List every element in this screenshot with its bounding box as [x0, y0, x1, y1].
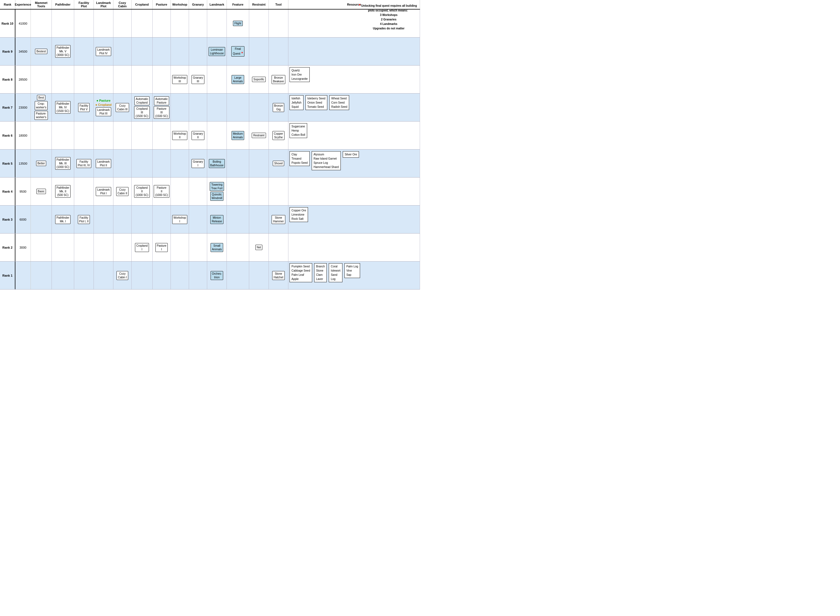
node: Pasture-worker's	[34, 111, 48, 120]
cell-landmark2: SmallAnimals	[207, 233, 227, 261]
exp-label: 18000	[15, 122, 31, 149]
rows-container: Rank 1041000FlightRank 934500BestestPath…	[0, 10, 420, 289]
cell-restraint	[249, 94, 269, 121]
exp-label: 28500	[15, 66, 31, 93]
rank-row: Rank 618000WorkshopIIGranaryIIMediumAnim…	[0, 122, 420, 150]
main-page: Rank Experience MammetTools Pathfinder F…	[0, 0, 420, 308]
cell-feature: FinalQuest *	[227, 38, 249, 65]
cell-granary	[189, 261, 207, 289]
cell-pasture	[152, 38, 171, 65]
col-header-pasture: Pasture	[152, 0, 171, 9]
node: PathfinderMk. II(500 SC)	[55, 185, 71, 198]
col-header-tool: Tool	[269, 0, 289, 9]
node: CozyCabin I	[116, 271, 128, 280]
node: Shovel	[273, 161, 284, 166]
cell-granary: GranaryIII	[189, 66, 207, 93]
node: FacilityPlot III, IV	[76, 159, 91, 168]
cell-feature: MediumAnimals	[227, 122, 249, 149]
cell-cropland: CroplandII(1000 SC)	[132, 177, 152, 205]
cell-mammet: Better	[31, 150, 52, 177]
cell-pathfinder	[52, 261, 74, 289]
rank-label: Rank 6	[0, 122, 15, 149]
node: GranaryII	[192, 131, 204, 140]
cell-pasture	[152, 10, 171, 37]
cell-facility: FacilityPlot III, IV	[74, 150, 94, 177]
node: CroplandI	[135, 243, 149, 252]
cell-restraint: Soporific	[249, 66, 269, 93]
rank-row: Rank 36000PathfinderMk. IFacilityPlot I,…	[0, 205, 420, 233]
cell-cropland	[132, 150, 152, 177]
cell-pasture	[152, 205, 171, 233]
node: PastureII(1000 SC)	[154, 185, 169, 198]
cell-restraint	[249, 38, 269, 65]
cell-cozy	[113, 150, 132, 177]
resource-group: Isleberry SeedOnion SeedTomato Seed	[305, 95, 327, 110]
cell-feature: Flight	[227, 10, 249, 37]
cell-feature	[227, 94, 249, 121]
rank-label: Rank 10	[0, 10, 15, 37]
cell-facility	[74, 66, 94, 93]
cell-cropland	[132, 122, 152, 149]
node: ToweringTree Fort	[210, 182, 224, 191]
resource-group: Wheat SeedCorn SeedRadish Seed	[329, 95, 349, 110]
cell-pathfinder	[52, 10, 74, 37]
cell-landmark: ● Pasture● CroplandLandmarkPlot III	[94, 94, 113, 121]
rank-label: Rank 8	[0, 66, 15, 93]
node: Orches-trion	[211, 271, 223, 280]
node: FacilityPlot I, II	[78, 215, 90, 224]
node: Restraint	[252, 133, 266, 138]
cell-cropland	[132, 205, 152, 233]
cell-resource	[289, 177, 420, 205]
cell-pathfinder: PathfinderMk. V(3000 SC)	[52, 38, 74, 65]
cell-pasture	[152, 261, 171, 289]
cell-restraint	[249, 261, 269, 289]
node: BronzeGig	[273, 103, 284, 112]
cell-tool: BronzeBeakaxe	[269, 66, 289, 93]
cell-restraint: Restraint	[249, 122, 269, 149]
resource-group: Pumpkin SeedCabbage SeedPalm LeafApple	[290, 263, 312, 282]
node: LargeAnimals	[232, 75, 245, 84]
cell-landmark	[94, 10, 113, 37]
node: CopperScythe	[273, 131, 284, 140]
cell-pasture: PastureI	[152, 233, 171, 261]
rank-label: Rank 1	[0, 261, 15, 289]
resource-group: ClayTinsandPopoto Seed	[290, 151, 310, 166]
node: FacilityPlot V	[78, 103, 89, 112]
cell-workshop	[171, 233, 189, 261]
cell-tool	[269, 177, 289, 205]
cell-landmark: LandmarkPlot II	[94, 150, 113, 177]
rank-label: Rank 9	[0, 38, 15, 65]
node: AutomaticCropland	[134, 96, 150, 105]
node: LandmarkPlot IV	[96, 47, 111, 56]
node: BronzeBeakaxe	[271, 75, 285, 84]
rank-row: Rank 513500BetterPathfinderMk. III(1000 …	[0, 150, 420, 177]
cell-cozy	[113, 122, 132, 149]
cell-cozy	[113, 10, 132, 37]
cell-feature	[227, 261, 249, 289]
cell-granary	[189, 38, 207, 65]
col-header-exp: Experience	[15, 0, 31, 9]
node: Soporific	[252, 77, 266, 82]
col-header-resource: Resource * Unlocking final quest require…	[289, 0, 420, 9]
exp-label: 13500	[15, 150, 31, 177]
col-header-restraint: Restraint	[249, 0, 269, 9]
col-header-rank: Rank	[0, 0, 15, 9]
col-header-cozy: CozyCabin	[113, 0, 132, 9]
resource-group: BranchStoneClamLaver	[314, 263, 327, 282]
node: Bestest	[35, 49, 47, 54]
cell-facility	[74, 38, 94, 65]
exp-label: 23000	[15, 94, 31, 121]
resource-group: Silver Ore	[343, 151, 359, 158]
cell-tool: StoneHatchet	[269, 261, 289, 289]
cell-tool	[269, 38, 289, 65]
node: LandmarkPlot III	[96, 107, 111, 116]
cell-feature	[227, 205, 249, 233]
cell-landmark2: LominsanLighthouse	[207, 38, 227, 65]
node: MediumAnimals	[232, 131, 245, 140]
node: CozyCabin III	[116, 103, 129, 112]
legend: * Unlocking final quest requires all bui…	[359, 2, 417, 31]
node: Crop-worker's	[35, 101, 48, 110]
cell-granary	[189, 233, 207, 261]
cell-granary: GranaryII	[189, 122, 207, 149]
col-header-landmark2: Landmark	[207, 0, 227, 9]
